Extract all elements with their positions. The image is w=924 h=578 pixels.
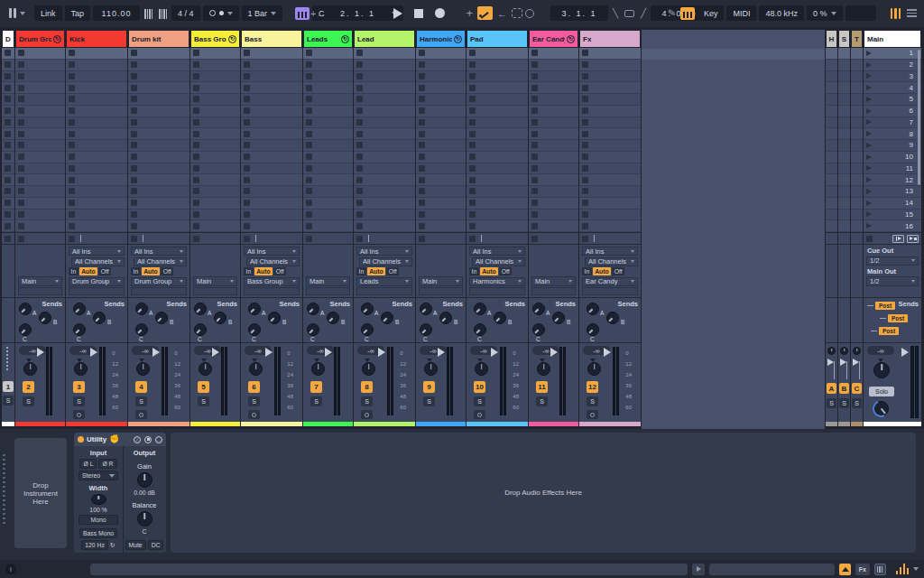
clip-stop-icon[interactable]: [469, 154, 476, 160]
scene-row[interactable]: 7: [864, 117, 921, 129]
stop-clips-button[interactable]: [69, 236, 75, 242]
stop-clips-button[interactable]: [419, 236, 425, 242]
clip-stop-icon[interactable]: [131, 96, 137, 102]
input-channel-chooser[interactable]: All Channels: [359, 257, 412, 266]
clip-stop-icon[interactable]: [306, 107, 312, 114]
clip-stop-icon[interactable]: [356, 200, 363, 206]
clip-stop-icon[interactable]: [18, 200, 24, 206]
clip-slot[interactable]: [354, 186, 415, 198]
clip-slot[interactable]: [354, 117, 415, 129]
clip-slot[interactable]: [467, 117, 528, 129]
clip-stop-icon[interactable]: [18, 211, 24, 218]
track-header[interactable]: D: [2, 30, 14, 48]
punch-in-icon[interactable]: ╲: [611, 5, 620, 21]
volume-fader[interactable]: [550, 348, 558, 357]
cue-out-chooser[interactable]: 1/2: [866, 256, 919, 266]
clip-slot[interactable]: [190, 71, 240, 83]
send-b-knob[interactable]: [268, 312, 281, 324]
clip-stop-icon[interactable]: [193, 96, 199, 102]
pan-knob[interactable]: [311, 362, 325, 376]
monitor-off-button[interactable]: Off: [161, 267, 173, 275]
send-b-knob[interactable]: [381, 312, 393, 324]
clip-stop-icon[interactable]: [306, 73, 312, 79]
nudge-up-icon[interactable]: [157, 8, 169, 19]
clip-stop-icon[interactable]: [306, 223, 312, 229]
stop-clips-button[interactable]: [582, 236, 588, 242]
clip-stop-icon[interactable]: [244, 85, 250, 91]
clip-slot[interactable]: [579, 198, 641, 210]
stop-clips-button[interactable]: [18, 236, 24, 242]
clip-slot[interactable]: [2, 140, 14, 152]
clip-slot[interactable]: [190, 117, 240, 129]
clip-stop-icon[interactable]: [69, 223, 75, 229]
arm-button[interactable]: [73, 410, 85, 419]
clip-slot[interactable]: [303, 48, 353, 60]
utility-title-bar[interactable]: Utility ✊ / …: [74, 433, 166, 446]
clip-slot[interactable]: [529, 128, 578, 140]
gain-knob[interactable]: [137, 472, 152, 488]
clip-stop-icon[interactable]: [5, 85, 11, 91]
clip-stop-icon[interactable]: [419, 142, 425, 148]
clip-stop-icon[interactable]: [131, 211, 137, 218]
arm-button[interactable]: [135, 410, 147, 419]
main-header[interactable]: Main: [864, 30, 921, 48]
clip-slot[interactable]: [2, 220, 14, 232]
pan-knob[interactable]: [362, 362, 375, 376]
show-device-view-button[interactable]: [839, 564, 851, 575]
clip-slot[interactable]: [190, 220, 240, 232]
clip-stop-icon[interactable]: [531, 177, 538, 183]
clip-slot[interactable]: [128, 140, 189, 152]
clip-slot[interactable]: [303, 71, 353, 83]
send-c-knob[interactable]: [587, 323, 599, 336]
track-activator[interactable]: 5: [198, 381, 209, 393]
clip-stop-icon[interactable]: [469, 142, 476, 148]
monitor-auto-button[interactable]: Auto: [367, 267, 385, 275]
clip-slot[interactable]: [190, 152, 240, 163]
clip-stop-icon[interactable]: [356, 154, 363, 160]
clip-slot[interactable]: [529, 174, 578, 186]
clip-stop-icon[interactable]: [69, 188, 75, 194]
record-button[interactable]: [435, 8, 445, 18]
track-activator[interactable]: 8: [361, 381, 373, 393]
clip-slot[interactable]: [416, 186, 466, 198]
clip-slot[interactable]: [579, 128, 641, 140]
clip-slot[interactable]: [354, 210, 415, 221]
clip-stop-icon[interactable]: [131, 142, 137, 148]
input-type-chooser[interactable]: All Ins: [244, 247, 300, 256]
clip-slot[interactable]: [190, 210, 240, 221]
clip-slot[interactable]: [354, 82, 415, 94]
monitor-in-button[interactable]: In: [469, 267, 479, 275]
clip-slot[interactable]: [15, 210, 65, 221]
clip-slot[interactable]: [467, 71, 528, 83]
clip-stop-icon[interactable]: [18, 154, 24, 160]
clip-slot[interactable]: [66, 71, 127, 83]
clip-stop-icon[interactable]: [244, 188, 250, 194]
clip-slot[interactable]: [529, 140, 578, 152]
clip-slot[interactable]: [416, 140, 466, 152]
clip-slot[interactable]: [15, 220, 65, 232]
solo-button[interactable]: S: [361, 396, 373, 406]
clip-slot[interactable]: [416, 94, 466, 106]
volume-fader[interactable]: [212, 348, 219, 357]
clip-stop-icon[interactable]: [244, 96, 250, 102]
clip-stop-icon[interactable]: [69, 73, 75, 79]
pan-knob[interactable]: [23, 362, 37, 376]
clip-slot[interactable]: [241, 140, 302, 152]
clip-slot[interactable]: [15, 152, 65, 163]
width-knob[interactable]: [91, 494, 106, 505]
clip-stop-icon[interactable]: [5, 177, 11, 183]
clip-slot[interactable]: [354, 220, 415, 232]
track-header[interactable]: Harmonics↻: [416, 30, 466, 48]
link-button[interactable]: Link: [34, 5, 62, 21]
clip-stop-icon[interactable]: [419, 50, 425, 56]
clip-stop-icon[interactable]: [193, 200, 199, 206]
scene-row[interactable]: 2: [864, 60, 921, 71]
clip-stop-icon[interactable]: [18, 188, 24, 194]
clip-slot[interactable]: [579, 163, 641, 175]
clip-stop-icon[interactable]: [5, 188, 11, 194]
clip-slot[interactable]: [467, 106, 528, 117]
output-type-chooser[interactable]: Bass Group: [244, 277, 300, 286]
clip-slot[interactable]: [2, 186, 14, 198]
clip-slot[interactable]: [2, 94, 14, 106]
scene-row[interactable]: 3: [864, 71, 921, 83]
